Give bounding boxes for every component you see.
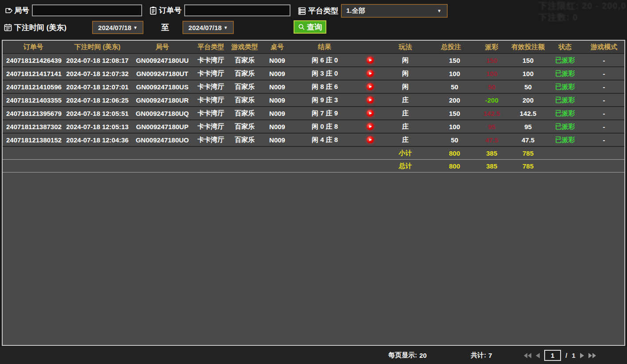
game-no-filter: 局号 — [4, 4, 142, 16]
total-bet-cell: 150 — [428, 54, 474, 67]
total-count-display: 共计: 7 — [471, 347, 492, 364]
result-text: 闲 3 庄 0 — [312, 69, 338, 78]
play-icon — [369, 59, 372, 61]
status-cell: 已派彩 — [546, 107, 584, 120]
game-mode-cell: - — [584, 80, 624, 93]
per-page-display: 每页显示: 20 — [388, 347, 427, 364]
replay-video-button[interactable] — [367, 123, 374, 130]
replay-video-button[interactable] — [367, 83, 374, 90]
table-no-cell: N009 — [261, 80, 293, 93]
platform-cell: 卡卡湾厅 — [194, 67, 228, 80]
subtotal-payout: 385 — [474, 146, 510, 160]
search-icon — [298, 23, 305, 31]
table-row: 2407181213801522024-07-18 12:04:36GN0092… — [3, 133, 624, 146]
platform-cell: 卡卡湾厅 — [194, 107, 228, 120]
game-type-cell: 百家乐 — [228, 54, 261, 67]
bet-time-label: 下注时间 (美东) — [14, 23, 66, 33]
status-cell: 已派彩 — [546, 93, 584, 107]
status-cell: 已派彩 — [546, 54, 584, 67]
valid-bet-cell: 142.5 — [510, 107, 546, 120]
status-cell: 已派彩 — [546, 120, 584, 133]
table-row: 2407181214264392024-07-18 12:08:17GN0092… — [3, 54, 624, 67]
game-mode-cell: - — [584, 133, 624, 146]
col-header-game-no: 局号 — [131, 41, 194, 54]
valid-bet-cell: 100 — [510, 67, 546, 80]
game-no-cell: GN009247180UO — [131, 133, 194, 146]
replay-video-button[interactable] — [367, 110, 374, 117]
game-no-input[interactable] — [32, 4, 142, 16]
table-row: 2407181214171412024-07-18 12:07:32GN0092… — [3, 67, 624, 80]
background-limit-text: 下注限红: 20 - 200,0 — [538, 0, 627, 11]
result-cell: 闲 3 庄 0 — [293, 67, 383, 80]
game-type-cell: 百家乐 — [228, 133, 261, 146]
table-no-cell: N009 — [261, 133, 293, 146]
query-button-label: 查询 — [307, 22, 322, 32]
order-no-input[interactable] — [184, 4, 290, 16]
query-button[interactable]: 查询 — [294, 20, 326, 34]
bet-time-filter: 下注时间 (美东) 2024/07/18 ▼ 至 2024/07/18 ▼ — [4, 21, 234, 34]
date-to-picker[interactable]: 2024/07/18 ▼ — [182, 21, 234, 34]
result-text: 闲 8 庄 6 — [312, 83, 338, 91]
total-payout: 385 — [474, 160, 510, 172]
total-bet-cell: 150 — [428, 107, 474, 120]
table-row: 2407181213956792024-07-18 12:05:51GN0092… — [3, 107, 624, 120]
game-mode-cell: - — [584, 93, 624, 107]
valid-bet-cell: 150 — [510, 54, 546, 67]
table-no-cell: N009 — [261, 54, 293, 67]
subtotal-spacer — [546, 146, 624, 160]
order-no-cell: 240718121417141 — [3, 67, 64, 80]
payout-cell: 150 — [474, 54, 510, 67]
col-header-bet-time: 下注时间 (美东) — [64, 41, 131, 54]
chevron-down-icon: ▼ — [224, 25, 228, 30]
order-no-cell: 240718121380152 — [3, 133, 64, 146]
order-no-cell: 240718121395679 — [3, 107, 64, 120]
first-page-button[interactable] — [524, 353, 531, 358]
result-text: 闲 9 庄 3 — [312, 96, 338, 104]
total-bet-cell: 50 — [428, 80, 474, 93]
subtotal-row: 小计800385785 — [3, 146, 624, 160]
date-from-picker[interactable]: 2024/07/18 ▼ — [92, 21, 143, 34]
payout-cell: 100 — [474, 67, 510, 80]
calendar-icon — [4, 23, 12, 32]
replay-video-button[interactable] — [367, 70, 374, 77]
col-header-table-no: 桌号 — [261, 41, 293, 54]
replay-video-button[interactable] — [367, 57, 374, 64]
chevron-down-icon: ▼ — [133, 25, 138, 30]
result-text: 闲 7 庄 9 — [312, 109, 338, 118]
current-page-input[interactable]: 1 — [544, 350, 561, 361]
table-header-row: 订单号下注时间 (美东)局号平台类型游戏类型桌号结果玩法总投注派彩有效投注额状态… — [3, 41, 624, 54]
col-header-platform: 平台类型 — [194, 41, 228, 54]
play-type-cell: 闲 — [383, 54, 428, 67]
game-no-cell: GN009247180US — [131, 80, 194, 93]
last-page-button[interactable] — [588, 353, 596, 358]
game-type-cell: 百家乐 — [228, 120, 261, 133]
per-page-value: 20 — [419, 352, 427, 359]
game-no-cell: GN009247180UQ — [131, 107, 194, 120]
bet-records-table: 订单号下注时间 (美东)局号平台类型游戏类型桌号结果玩法总投注派彩有效投注额状态… — [3, 41, 624, 345]
order-no-cell: 240718121387302 — [3, 120, 64, 133]
game-no-cell: GN009247180UU — [131, 54, 194, 67]
pagination-bar: 每页显示: 20 共计: 7 1 / 1 — [0, 347, 627, 364]
previous-page-button[interactable] — [536, 353, 540, 358]
empty-table-area — [3, 172, 624, 345]
table-row: 2407181213873022024-07-18 12:05:13GN0092… — [3, 120, 624, 133]
replay-video-button[interactable] — [367, 96, 374, 103]
game-type-cell: 百家乐 — [228, 67, 261, 80]
total-bet-cell: 50 — [428, 133, 474, 146]
platform-select[interactable]: 1.全部 ▼ — [341, 4, 448, 18]
replay-video-button[interactable] — [367, 136, 374, 143]
game-type-cell: 百家乐 — [228, 93, 261, 107]
bet-time-cell: 2024-07-18 12:05:13 — [64, 120, 131, 133]
table-no-cell: N009 — [261, 67, 293, 80]
bet-time-cell: 2024-07-18 12:08:17 — [64, 54, 131, 67]
total-bet-cell: 100 — [428, 120, 474, 133]
server-stack-icon — [298, 7, 306, 15]
total-pages-value: 1 — [572, 352, 575, 359]
next-page-button[interactable] — [580, 353, 584, 358]
total-spacer — [3, 160, 383, 172]
game-mode-cell: - — [584, 67, 624, 80]
total-row: 总计800385785 — [3, 160, 624, 172]
bet-time-cell: 2024-07-18 12:05:51 — [64, 107, 131, 120]
subtotal-total-bet: 800 — [428, 146, 474, 160]
platform-cell: 卡卡湾厅 — [194, 133, 228, 146]
